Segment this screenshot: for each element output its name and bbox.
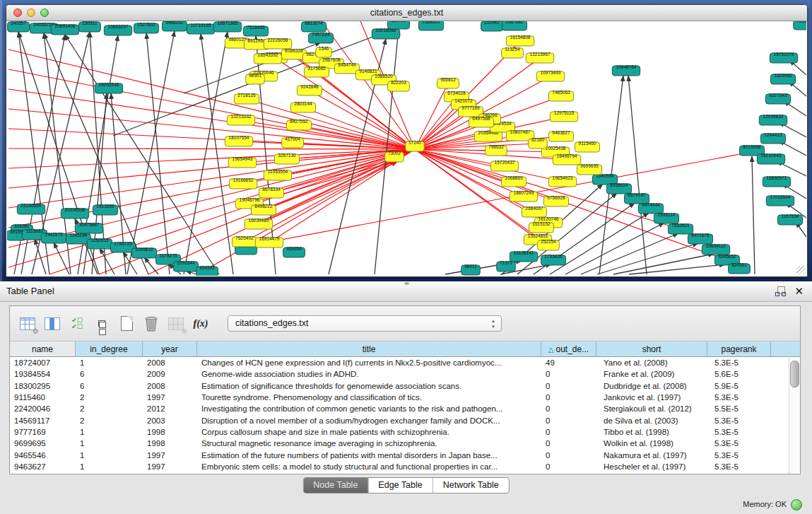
graph-node[interactable]: 1913559 bbox=[93, 204, 117, 215]
graph-node[interactable]: 252254 bbox=[538, 239, 560, 250]
graph-node[interactable]: 20691406 bbox=[51, 23, 78, 35]
table-row[interactable]: 1938455462009Genome-wide association stu… bbox=[10, 368, 800, 380]
graph-node[interactable]: 19654923 bbox=[548, 175, 576, 187]
graph-node[interactable]: 9466162 bbox=[162, 21, 187, 31]
graph-node[interactable]: 9115460 bbox=[575, 141, 599, 152]
graph-node[interactable]: 20206596 bbox=[61, 207, 88, 218]
graph-node[interactable]: 12975115 bbox=[550, 110, 577, 122]
graph-node[interactable]: 10973493 bbox=[536, 70, 564, 81]
table-row[interactable]: 946554611997Estimation of the future num… bbox=[10, 449, 800, 460]
column-header-name[interactable]: name bbox=[10, 341, 76, 357]
column-header-title[interactable]: title bbox=[197, 341, 541, 357]
graph-node[interactable]: 12213967 bbox=[526, 52, 553, 63]
graph-node[interactable]: 15892971 bbox=[763, 175, 790, 187]
table-row[interactable]: 946362711997Embryonic stem cells: a mode… bbox=[10, 461, 800, 472]
graph-node[interactable]: 1615152 bbox=[529, 221, 553, 233]
graph-node[interactable]: 18107554 bbox=[225, 135, 252, 146]
table-settings-icon[interactable]: ⚙ bbox=[18, 315, 37, 333]
float-panel-icon[interactable] bbox=[775, 286, 785, 296]
graph-node[interactable]: 10648784 bbox=[612, 64, 640, 76]
graph-node[interactable]: 3175685 bbox=[304, 66, 329, 77]
graph-node[interactable]: 159719 bbox=[388, 21, 410, 29]
graph-node[interactable]: 15136141 bbox=[510, 250, 537, 262]
graph-node[interactable]: 417004 bbox=[282, 136, 304, 148]
graph-node[interactable]: 19654943 bbox=[228, 156, 256, 168]
graph-node[interactable]: 8427552 bbox=[286, 119, 311, 130]
graph-node[interactable]: 7518466 bbox=[243, 25, 268, 36]
graph-node[interactable]: 2687682 bbox=[502, 21, 526, 30]
select-all-checks-icon[interactable]: ✔☐✔☐ bbox=[68, 315, 86, 333]
table-row[interactable]: 911546021997Tourette syndrome. Phenomeno… bbox=[10, 392, 800, 403]
table-row[interactable]: 2242004622012Investigating the contribut… bbox=[10, 403, 800, 414]
graph-node[interactable]: 16914479 bbox=[255, 236, 283, 247]
graph-node[interactable]: 17240 bbox=[406, 140, 425, 151]
graph-node[interactable]: 2803144 bbox=[290, 101, 315, 112]
column-header-in_degree[interactable]: in_degree bbox=[76, 341, 143, 357]
tab-edge-table[interactable]: Edge Table bbox=[367, 478, 432, 493]
table-panel-header[interactable]: Table Panel ✕ bbox=[0, 281, 812, 302]
graph-node[interactable]: 29053346 bbox=[95, 82, 122, 93]
table-row[interactable]: 1872400712008Changes of HCN gene express… bbox=[10, 357, 800, 368]
scrollbar-thumb[interactable] bbox=[790, 361, 799, 387]
graph-node[interactable]: 8678334 bbox=[259, 187, 283, 198]
graph-node[interactable]: 2935114 bbox=[654, 212, 678, 223]
function-builder-icon[interactable]: f(x) bbox=[192, 315, 210, 333]
network-canvas[interactable]: 2405572405572420691406230511106532571527… bbox=[7, 21, 806, 276]
graph-node[interactable]: 1292344 bbox=[173, 260, 198, 271]
graph-node[interactable]: 16154808 bbox=[506, 35, 534, 46]
graph-node[interactable]: 824551 bbox=[729, 262, 751, 274]
graph-node[interactable]: 15720437 bbox=[490, 160, 518, 171]
graph-node[interactable]: 8813074 bbox=[301, 21, 326, 32]
table-select-combobox[interactable]: citations_edges.txt ▲▼ bbox=[228, 315, 502, 332]
graph-node[interactable]: 25260650 bbox=[17, 203, 45, 214]
vertical-scrollbar[interactable] bbox=[789, 358, 800, 474]
graph-node[interactable]: 240557 bbox=[8, 21, 30, 32]
graph-node[interactable]: 12213332 bbox=[227, 114, 254, 125]
close-window-button[interactable] bbox=[13, 8, 22, 17]
graph-node[interactable]: 12095832 bbox=[759, 114, 787, 125]
memory-status-indicator[interactable] bbox=[791, 499, 802, 510]
table-row[interactable]: 1456911722003Disruption of a novel membe… bbox=[10, 414, 800, 426]
graph-node[interactable]: 1250515 bbox=[87, 238, 112, 249]
graph-node[interactable]: 9699695 bbox=[577, 163, 601, 175]
graph-node[interactable]: 9368521 bbox=[418, 21, 443, 30]
graph-node[interactable]: 18807249 bbox=[510, 190, 537, 201]
graph-node[interactable]: 2718126 bbox=[234, 93, 259, 104]
tab-network-table[interactable]: Network Table bbox=[433, 478, 509, 493]
minimize-window-button[interactable] bbox=[27, 8, 35, 17]
table-row[interactable]: 969969511998Structural magnetic resonanc… bbox=[10, 438, 800, 449]
new-file-icon[interactable] bbox=[117, 315, 136, 333]
close-panel-icon[interactable]: ✕ bbox=[794, 284, 804, 298]
delete-trash-icon[interactable] bbox=[142, 315, 160, 333]
graph-node[interactable]: 1244413 bbox=[760, 132, 785, 144]
deselect-boxes-icon[interactable] bbox=[93, 315, 111, 333]
graph-node[interactable]: 933056 bbox=[283, 246, 305, 257]
graph-node[interactable]: 1095810 bbox=[131, 247, 156, 258]
graph-node[interactable]: 924502 bbox=[196, 265, 218, 276]
graph-node[interactable]: 19166852 bbox=[229, 177, 257, 189]
graph-node[interactable]: 1068869 bbox=[501, 175, 526, 187]
graph-node[interactable]: 8471676 bbox=[688, 233, 712, 244]
graph-node[interactable]: 11353554 bbox=[264, 169, 291, 180]
column-header-out_de[interactable]: △out_de... bbox=[541, 341, 596, 357]
column-header-year[interactable]: year bbox=[143, 341, 197, 357]
graph-node[interactable]: 822203 bbox=[388, 80, 410, 91]
graph-node[interactable]: 22226058 bbox=[264, 37, 291, 49]
graph-node[interactable]: 75103 bbox=[794, 21, 806, 30]
graph-node[interactable]: 955812 bbox=[437, 77, 459, 88]
window-resize-grip[interactable] bbox=[796, 266, 806, 275]
graph-node[interactable]: 9329966 bbox=[770, 73, 795, 84]
graph-node[interactable]: 1733426 bbox=[541, 254, 565, 265]
graph-node[interactable]: 96011 bbox=[461, 264, 481, 275]
graph-node[interactable]: 9227343 bbox=[765, 93, 790, 104]
graph-node[interactable]: 9242848 bbox=[297, 84, 322, 95]
window-titlebar[interactable]: citations_edges.txt bbox=[6, 5, 807, 21]
graph-node[interactable]: 1546 bbox=[316, 46, 331, 57]
graph-node[interactable]: 16039489 bbox=[245, 218, 272, 229]
column-select-icon[interactable] bbox=[43, 315, 61, 333]
graph-node[interactable]: 1527602 bbox=[134, 22, 158, 33]
graph-node[interactable]: 18495794 bbox=[553, 153, 580, 165]
graph-node[interactable]: 62160 bbox=[529, 137, 548, 148]
graph-node[interactable]: 1167534 bbox=[777, 214, 802, 225]
graph-node[interactable]: 16210643 bbox=[757, 153, 784, 164]
